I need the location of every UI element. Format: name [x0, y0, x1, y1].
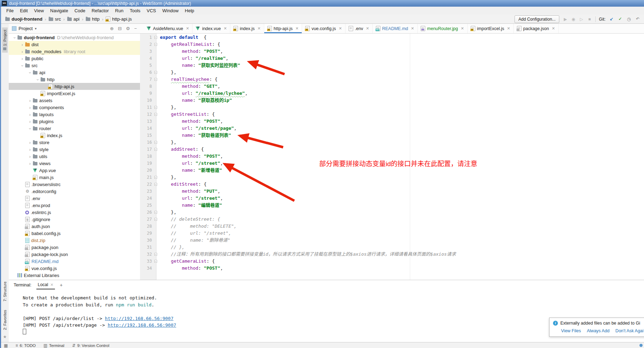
tab-index.js[interactable]: index.js [230, 24, 264, 33]
chevron-icon[interactable] [27, 140, 33, 145]
breadcrumb-duoji-frontend[interactable]: duoji-frontend [5, 16, 43, 22]
chevron-down-icon[interactable]: ▾ [35, 27, 36, 30]
fold-marker[interactable] [153, 258, 158, 265]
tree-item-plugins[interactable]: plugins [9, 118, 140, 125]
fold-marker[interactable] [153, 181, 158, 188]
close-icon[interactable] [295, 26, 299, 31]
stop-icon[interactable] [587, 17, 592, 22]
chevron-icon[interactable] [27, 112, 33, 117]
fold-marker[interactable] [153, 209, 158, 216]
notification-action-view-files[interactable]: View Files [561, 328, 581, 333]
chevron-icon[interactable] [27, 161, 33, 166]
tree-item-vue.config.js[interactable]: vue.config.js [9, 265, 140, 272]
locate-icon[interactable] [110, 26, 114, 31]
tree-item-app.vue[interactable]: App.vue [9, 167, 140, 174]
tab-asidemenu.vue[interactable]: AsideMenu.vue [144, 24, 192, 33]
tab-package.json[interactable]: package.json [514, 24, 559, 33]
terminal-tab-local[interactable]: Local [36, 282, 55, 290]
tool-button-7-structure[interactable]: 7: Structure [2, 279, 8, 304]
git-history-icon[interactable] [626, 16, 632, 22]
chevron-icon[interactable] [27, 105, 33, 110]
notification-action-don-t-ask-agai[interactable]: Don't Ask Agai [615, 328, 643, 333]
tree-item-auth.json[interactable]: auth.json [9, 223, 140, 230]
tree-item-.env.prod[interactable]: .env.prod [9, 202, 140, 209]
event-log-item[interactable]: Ev [639, 343, 644, 347]
chevron-icon[interactable] [12, 35, 18, 40]
close-icon[interactable] [507, 26, 510, 31]
tree-item-package-lock.json[interactable]: package-lock.json [9, 251, 140, 258]
tool-button-1-project[interactable]: 1: Project [2, 27, 8, 52]
menu-file[interactable]: File [3, 7, 17, 15]
coverage-icon[interactable] [579, 17, 584, 22]
tree-item-main.js[interactable]: main.js [9, 174, 140, 181]
fold-marker[interactable] [153, 146, 158, 153]
tree-item-src[interactable]: src [9, 62, 140, 69]
tab-index.vue[interactable]: index.vue [192, 24, 230, 33]
tree-item-views[interactable]: views [9, 160, 140, 167]
chevron-icon[interactable] [19, 42, 25, 47]
status-item-toolwindows[interactable] [4, 343, 8, 348]
tree-item-importexcel.js[interactable]: importExcel.js [9, 90, 140, 97]
menu-help[interactable]: Help [182, 7, 197, 15]
menu-run[interactable]: Run [112, 7, 127, 15]
close-icon[interactable] [339, 26, 342, 31]
chevron-icon[interactable] [27, 119, 33, 124]
tab-menurouter.jpg[interactable]: menuRouter.jpg [418, 24, 467, 33]
fold-marker[interactable] [153, 104, 158, 111]
status-item-terminal[interactable]: Terminal [43, 343, 64, 348]
chevron-icon[interactable] [27, 70, 33, 75]
fold-marker[interactable] [153, 34, 158, 41]
tree-item-readme.md[interactable]: README.md [9, 258, 140, 265]
menu-refactor[interactable]: Refactor [89, 7, 112, 15]
breadcrumb-api[interactable]: api [66, 16, 80, 22]
tree-item-style[interactable]: style [9, 146, 140, 153]
git-update-icon[interactable] [609, 16, 614, 22]
fold-marker[interactable] [153, 251, 158, 258]
tree-item-http-api.js[interactable]: http-api.js [9, 83, 140, 90]
close-icon[interactable] [366, 26, 369, 31]
tree-item-.env[interactable]: .env [9, 195, 140, 202]
terminal-link[interactable]: http://192.168.66.56:9007 [105, 316, 174, 321]
tree-item-components[interactable]: components [9, 104, 140, 111]
tree-item-.editorconfig[interactable]: .editorconfig [9, 188, 140, 195]
chevron-icon[interactable] [27, 98, 33, 103]
chevron-icon[interactable] [35, 77, 41, 82]
fold-marker[interactable] [153, 41, 158, 48]
menu-view[interactable]: View [31, 7, 47, 15]
tree-item-dist.zip[interactable]: dist.zip [9, 237, 140, 244]
menu-navigate[interactable]: Navigate [47, 7, 71, 15]
fold-marker[interactable] [153, 69, 158, 76]
terminal-link[interactable]: http://192.168.66.56:9007 [108, 322, 176, 328]
run-icon[interactable] [562, 17, 568, 22]
debug-icon[interactable] [570, 17, 576, 22]
close-icon[interactable] [186, 26, 189, 31]
tab-http-api.js[interactable]: http-api.js [264, 24, 302, 33]
breadcrumb-src[interactable]: src [48, 16, 62, 22]
menu-code[interactable]: Code [71, 7, 89, 15]
chevron-icon[interactable] [19, 49, 25, 54]
tree-item-.gitignore[interactable]: .gitignore [9, 216, 140, 223]
tree-item-api[interactable]: api [9, 69, 140, 76]
tree-item-router[interactable]: router [9, 125, 140, 132]
settings-icon[interactable] [126, 26, 130, 31]
tree-item-utils[interactable]: utils [9, 153, 140, 160]
tool-button-2-favorites[interactable]: 2: Favorites [2, 307, 8, 332]
close-icon[interactable] [552, 26, 555, 31]
hide-icon[interactable] [134, 26, 137, 31]
close-icon[interactable] [411, 26, 414, 31]
chevron-icon[interactable] [27, 154, 33, 159]
tree-item-dist[interactable]: dist [9, 41, 140, 48]
menu-vcs[interactable]: VCS [144, 7, 159, 15]
status-item-6-todo[interactable]: 6: TODO [15, 343, 36, 348]
fold-marker[interactable] [153, 111, 158, 118]
menu-edit[interactable]: Edit [17, 7, 31, 15]
title-bar[interactable]: duoji-frontend [D:\zheheWeb\duoji-fronte… [0, 0, 644, 7]
tab-readme.md[interactable]: README.md [373, 24, 418, 33]
chevron-icon[interactable] [19, 56, 25, 61]
tree-item-external-libraries[interactable]: External Libraries [9, 272, 140, 279]
tab-importexcel.js[interactable]: importExcel.js [468, 24, 514, 33]
code-viewport[interactable]: 1export default {2 getRealTimeList: {3 m… [140, 34, 644, 280]
chevron-icon[interactable] [27, 147, 33, 152]
add-configuration-button[interactable]: Add Configuration... [514, 15, 559, 23]
breadcrumb-http-api.js[interactable]: http-api.js [105, 16, 132, 22]
